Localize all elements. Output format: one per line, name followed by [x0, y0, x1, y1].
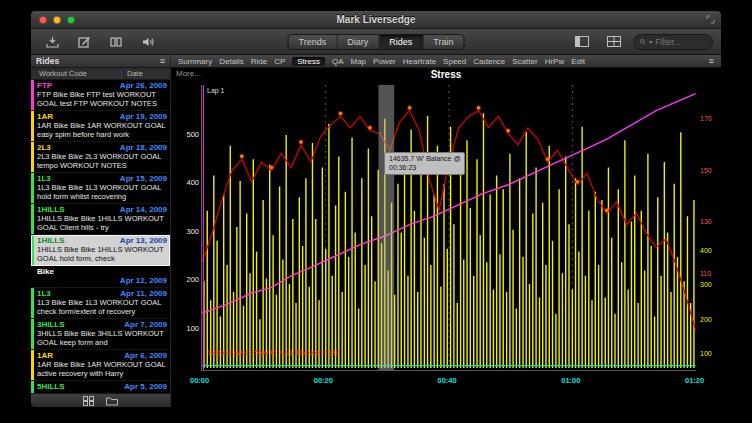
peak-dot — [605, 208, 609, 212]
stress-chart[interactable] — [201, 85, 696, 371]
sidebar-toggle-icon — [576, 37, 580, 46]
ride-date: Apr 26, 2009 — [120, 81, 167, 90]
audio-button[interactable] — [135, 33, 161, 51]
ride-description: FTP Bike Bike FTP test WORKOUT GOAL test… — [37, 91, 167, 108]
sidebar-toggle-button[interactable] — [569, 33, 595, 51]
ride-date: Apr 13, 2009 — [120, 236, 167, 245]
ride-date: Apr 18, 2009 — [120, 143, 167, 152]
y-axis-tick-hr: 130 — [700, 218, 712, 225]
ride-date: Apr 15, 2009 — [120, 174, 167, 183]
workout-code: 3HILLS — [37, 320, 65, 329]
workout-code: 1HILLS — [37, 205, 65, 214]
ride-list-item[interactable]: 2L3Apr 18, 20092L3 Bike Bike 2L3 WORKOUT… — [31, 142, 170, 173]
ride-list-item[interactable]: BikeApr 12, 2009 — [31, 266, 170, 288]
view-tab-trends[interactable]: Trends — [289, 35, 338, 49]
y-axis-tick-hr: 110 — [700, 270, 711, 277]
fullscreen-icon[interactable] — [706, 15, 715, 24]
chart-tab-edit[interactable]: Edit — [571, 57, 585, 66]
chart-tab-scatter[interactable]: Scatter — [512, 57, 537, 66]
filter-field[interactable]: ▾ — [633, 34, 713, 50]
view-tab-rides[interactable]: Rides — [379, 35, 423, 49]
workout-code: 1AR — [37, 351, 53, 360]
x-axis-tick: 00:40 — [438, 376, 457, 385]
workout-code: 1L3 — [37, 289, 51, 298]
ride-list-item[interactable]: 1HILLSApr 14, 20091HILLS Bike Bike 1HILL… — [31, 204, 170, 235]
y-axis-tick-left: 100 — [173, 324, 199, 333]
workout-code: 1L3 — [37, 174, 51, 183]
ride-list-item[interactable]: 1ARApr 19, 20091AR Bike Bike 1AR WORKOUT… — [31, 111, 170, 142]
ride-list-item[interactable]: FTPApr 26, 2009FTP Bike Bike FTP test WO… — [31, 80, 170, 111]
cursor-band[interactable] — [378, 85, 394, 370]
ride-date: Apr 11, 2009 — [120, 289, 167, 298]
peak-dot — [546, 157, 550, 161]
view-switcher: TrendsDiaryRidesTrain — [288, 34, 465, 50]
chart-tab-heartrate[interactable]: Heartrate — [403, 57, 436, 66]
sidebar-menu-icon[interactable]: ≡ — [160, 57, 165, 66]
ride-list-item[interactable]: 1ARApr 6, 20091AR Bike Bike 1AR WORKOUT … — [31, 350, 170, 381]
tooltip-time: 00:36:23 — [389, 164, 460, 173]
column-date[interactable]: Date — [122, 69, 170, 78]
column-workout-code[interactable]: Workout Code — [31, 69, 122, 78]
ride-list-item[interactable]: 5HILLSApr 5, 20095HILLS Bike Bike 5HILLS… — [31, 381, 170, 393]
search-icon — [640, 38, 646, 46]
chart-tab-cadence[interactable]: Cadence — [473, 57, 505, 66]
ride-list-item[interactable]: 1L3Apr 11, 20091L3 Bike Bike 1L3 WORKOUT… — [31, 288, 170, 319]
chart-tab-map[interactable]: Map — [351, 57, 367, 66]
toolbar-right: ▾ — [569, 33, 713, 51]
view-tab-train[interactable]: Train — [423, 35, 463, 49]
sidebar-column-headers: Workout Code Date — [31, 68, 170, 80]
chart-tab-ride[interactable]: Ride — [251, 57, 267, 66]
peak-dot — [368, 126, 372, 130]
grid-icon[interactable] — [83, 396, 94, 406]
peak-dot — [408, 106, 412, 110]
view-tab-diary[interactable]: Diary — [337, 35, 379, 49]
ride-list-item[interactable]: 1L3Apr 15, 20091L3 Bike Bike 1L3 WORKOUT… — [31, 173, 170, 204]
sidebar-footer — [31, 393, 170, 407]
split-view-button[interactable] — [103, 33, 129, 51]
content: Rides ≡ Workout Code Date FTPApr 26, 200… — [31, 55, 721, 407]
zoom-window-icon[interactable] — [67, 16, 75, 24]
ride-date: Apr 19, 2009 — [120, 112, 167, 121]
x-axis-tick: 01:00 — [561, 376, 580, 385]
ride-list-item[interactable]: 1HILLSApr 13, 20091HILLS Bike Bike 1HILL… — [31, 235, 170, 266]
y-axis-tick-left: 400 — [173, 178, 199, 187]
compose-button[interactable] — [71, 33, 97, 51]
minimize-window-icon[interactable] — [53, 16, 61, 24]
chart-tab-cp[interactable]: CP — [274, 57, 285, 66]
chart-tab-power[interactable]: Power — [373, 57, 396, 66]
workout-code: FTP — [37, 81, 52, 90]
window-controls — [39, 16, 75, 24]
layout-toggle-button[interactable] — [601, 33, 627, 51]
chart-tab-hrpw[interactable]: HrPw — [545, 57, 565, 66]
peak-dot — [506, 129, 510, 133]
main-panel: SummaryDetailsRideCPStressQAMapPowerHear… — [171, 55, 721, 407]
folder-icon[interactable] — [106, 396, 118, 406]
chart-tab-speed[interactable]: Speed — [443, 57, 466, 66]
ride-description: 1HILLS Bike Bike 1HILLS WORKOUT GOAL hol… — [37, 246, 167, 263]
workout-code: 5HILLS — [37, 382, 65, 391]
y-axis-tick-left: 200 — [173, 275, 199, 284]
chart-tab-details[interactable]: Details — [219, 57, 243, 66]
chart-tab-summary[interactable]: Summary — [178, 57, 212, 66]
ride-description: 1AR Bike Bike 1AR WORKOUT GOAL easy spim… — [37, 122, 167, 139]
download-icon — [47, 37, 58, 47]
ride-list: FTPApr 26, 2009FTP Bike Bike FTP test WO… — [31, 80, 170, 393]
window-title: Mark Liversedge — [31, 14, 721, 25]
workout-code: 1AR — [37, 112, 53, 121]
chart-menu-icon[interactable]: ≡ — [709, 57, 714, 66]
y-axis-tick-power: 400 — [700, 247, 712, 254]
rides-sidebar: Rides ≡ Workout Code Date FTPApr 26, 200… — [31, 55, 171, 407]
chart-tab-qa[interactable]: QA — [332, 57, 344, 66]
peak-dot — [575, 180, 579, 184]
y-axis-tick-power: 300 — [700, 281, 712, 288]
screen: Mark Liversedge TrendsDiaryRidesTrain — [0, 0, 752, 423]
peak-dot — [477, 106, 481, 110]
filter-input[interactable] — [655, 37, 706, 47]
columns-icon — [117, 38, 121, 46]
speaker-icon — [143, 38, 149, 46]
download-button[interactable] — [39, 33, 65, 51]
ride-list-item[interactable]: 3HILLSApr 7, 20093HILLS Bike Bike 3HILLS… — [31, 319, 170, 350]
titlebar: Mark Liversedge — [31, 11, 721, 29]
close-window-icon[interactable] — [39, 16, 47, 24]
chart-tab-stress[interactable]: Stress — [292, 57, 325, 66]
